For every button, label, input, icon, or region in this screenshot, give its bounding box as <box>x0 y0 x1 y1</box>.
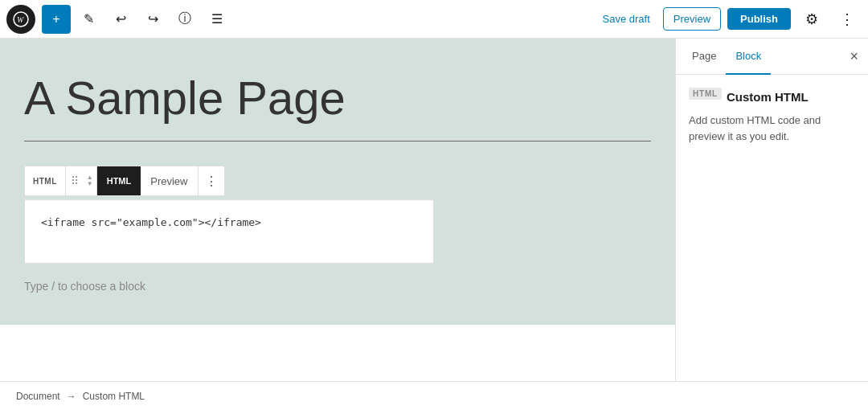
drag-handle-icon[interactable]: ⠿ <box>66 170 84 192</box>
list-icon: ☰ <box>211 11 223 27</box>
block-toolbar: HTML ⠿ ▲ ▼ HTML Preview ⋮ <box>24 166 225 196</box>
block-more-button[interactable]: ⋮ <box>198 166 224 195</box>
editor-area[interactable]: A Sample Page HTML ⠿ ▲ ▼ HTML Preview ⋮ <box>0 39 675 325</box>
sidebar: Page Block × HTML Custom HTML Add custom… <box>675 39 868 381</box>
preview-button[interactable]: Preview <box>663 7 721 31</box>
block-type-label: HTML <box>689 88 722 100</box>
breadcrumb-document[interactable]: Document <box>16 391 60 402</box>
gear-icon: ⚙ <box>805 10 818 28</box>
breadcrumb: Document → Custom HTML <box>0 381 868 410</box>
block-info-row: HTML Custom HTML <box>689 88 855 106</box>
wp-logo[interactable]: W <box>6 5 35 34</box>
page-title: A Sample Page <box>24 71 651 125</box>
publish-button[interactable]: Publish <box>727 8 791 30</box>
html-code-block[interactable]: <iframe src="example.com"></iframe> <box>24 199 434 264</box>
info-icon: ⓘ <box>178 10 191 27</box>
html-block-label: HTML <box>25 166 66 195</box>
wp-logo-icon: W <box>13 11 29 27</box>
divider-line <box>24 141 651 141</box>
html-tab-button[interactable]: HTML <box>97 166 141 195</box>
add-block-hint[interactable]: Type / to choose a block <box>24 280 651 293</box>
breadcrumb-arrow: → <box>67 391 76 402</box>
move-arrows: ▲ ▼ <box>84 166 97 195</box>
block-info-title: Custom HTML <box>727 90 809 104</box>
settings-button[interactable]: ⚙ <box>797 5 826 34</box>
block-info-description: Add custom HTML code and preview it as y… <box>689 113 855 144</box>
preview-tab-button[interactable]: Preview <box>141 166 197 195</box>
save-draft-button[interactable]: Save draft <box>596 8 657 30</box>
add-icon: + <box>52 12 59 27</box>
sidebar-tab-group: Page Block <box>682 39 771 74</box>
editor-canvas: A Sample Page HTML ⠿ ▲ ▼ HTML Preview ⋮ <box>8 71 667 293</box>
editor-wrapper: A Sample Page HTML ⠿ ▲ ▼ HTML Preview ⋮ <box>0 39 675 381</box>
redo-icon: ↪ <box>148 11 158 27</box>
add-block-button[interactable]: + <box>42 5 71 34</box>
toolbar-left: W + ✎ ↩ ↪ ⓘ ☰ <box>6 5 231 34</box>
toolbar-right: Save draft Preview Publish ⚙ ⋮ <box>596 5 862 34</box>
undo-button[interactable]: ↩ <box>106 5 135 34</box>
sidebar-close-button[interactable]: × <box>846 45 862 68</box>
edit-button[interactable]: ✎ <box>74 5 103 34</box>
redo-button[interactable]: ↪ <box>138 5 167 34</box>
move-down-icon[interactable]: ▼ <box>87 181 93 187</box>
info-button[interactable]: ⓘ <box>170 5 199 34</box>
sidebar-content: HTML Custom HTML Add custom HTML code an… <box>676 75 868 381</box>
list-view-button[interactable]: ☰ <box>203 5 231 34</box>
html-block-container: HTML ⠿ ▲ ▼ HTML Preview ⋮ <iframe src="e… <box>24 166 651 264</box>
undo-icon: ↩ <box>116 11 126 27</box>
main-area: A Sample Page HTML ⠿ ▲ ▼ HTML Preview ⋮ <box>0 39 868 381</box>
breadcrumb-current[interactable]: Custom HTML <box>83 391 145 402</box>
ellipsis-icon: ⋮ <box>840 10 854 28</box>
more-options-button[interactable]: ⋮ <box>833 5 862 34</box>
pencil-icon: ✎ <box>84 11 94 27</box>
main-toolbar: W + ✎ ↩ ↪ ⓘ ☰ Save draft Preview Publish… <box>0 0 868 39</box>
tab-page[interactable]: Page <box>682 39 726 75</box>
wp-logo-text: W <box>17 15 25 24</box>
sidebar-tabs: Page Block × <box>676 39 868 75</box>
tab-block[interactable]: Block <box>726 39 771 75</box>
code-content: <iframe src="example.com"></iframe> <box>41 216 261 228</box>
